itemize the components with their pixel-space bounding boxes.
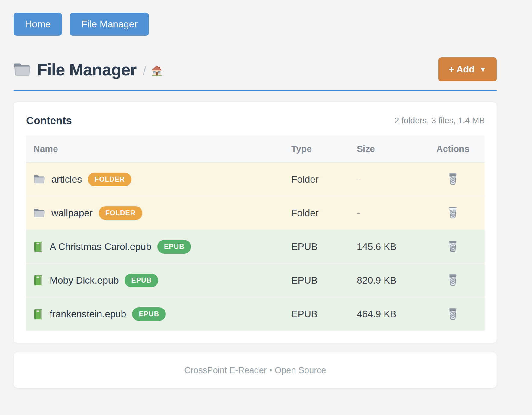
delete-button[interactable]	[446, 171, 459, 186]
breadcrumb-separator: /	[143, 65, 146, 77]
panel-title: Contents	[26, 115, 72, 127]
footer-text: CrossPoint E-Reader • Open Source	[184, 365, 326, 375]
file-link[interactable]: frankenstein.epub EPUB	[33, 307, 279, 321]
trash-icon	[447, 307, 458, 320]
trash-icon	[447, 273, 458, 286]
contents-panel: Contents 2 folders, 3 files, 1.4 MB Name…	[14, 102, 497, 343]
trash-icon	[447, 172, 458, 185]
file-size: 820.9 KB	[351, 263, 421, 297]
delete-button[interactable]	[446, 306, 459, 321]
table-row[interactable]: articles FOLDER Folder -	[26, 162, 485, 196]
file-type: EPUB	[285, 263, 351, 297]
trash-icon	[447, 206, 458, 219]
table-row[interactable]: frankenstein.epub EPUB EPUB 464.9 KB	[26, 297, 485, 331]
column-header-name: Name	[26, 136, 285, 162]
folder-icon	[33, 208, 45, 218]
file-size: 145.6 KB	[351, 230, 421, 263]
file-table-head: Name Type Size Actions	[26, 136, 485, 162]
type-badge: EPUB	[132, 307, 166, 321]
type-badge: FOLDER	[88, 173, 131, 186]
page-title: File Manager	[37, 60, 136, 79]
file-table: Name Type Size Actions articles FOLDER F…	[26, 136, 485, 331]
title-underline	[14, 90, 497, 91]
caret-down-icon: ▼	[479, 65, 487, 74]
table-row[interactable]: A Christmas Carol.epub EPUB EPUB 145.6 K…	[26, 230, 485, 263]
file-name: Moby Dick.epub	[50, 275, 119, 286]
file-link[interactable]: Moby Dick.epub EPUB	[33, 274, 279, 287]
book-icon	[33, 309, 43, 320]
file-name: A Christmas Carol.epub	[50, 241, 151, 252]
contents-summary: 2 folders, 3 files, 1.4 MB	[394, 116, 485, 125]
delete-button[interactable]	[446, 272, 459, 287]
top-nav: Home File Manager	[14, 13, 497, 36]
file-name: wallpaper	[51, 208, 93, 219]
file-name: frankenstein.epub	[50, 309, 126, 320]
file-name: articles	[51, 174, 82, 185]
type-badge: FOLDER	[99, 206, 142, 220]
column-header-actions: Actions	[421, 136, 485, 162]
contents-header: Contents 2 folders, 3 files, 1.4 MB	[26, 115, 485, 127]
folder-icon	[33, 174, 45, 184]
folder-icon	[14, 62, 31, 77]
column-header-size: Size	[351, 136, 421, 162]
title-row: File Manager / + Add ▼	[14, 57, 497, 81]
file-size: -	[351, 162, 421, 196]
add-button[interactable]: + Add ▼	[438, 57, 497, 81]
file-link[interactable]: articles FOLDER	[33, 173, 279, 186]
file-link[interactable]: A Christmas Carol.epub EPUB	[33, 240, 279, 254]
type-badge: EPUB	[157, 240, 191, 254]
nav-home-button[interactable]: Home	[14, 13, 62, 36]
footer: CrossPoint E-Reader • Open Source	[14, 352, 497, 388]
book-icon	[33, 275, 43, 286]
file-type: EPUB	[285, 230, 351, 263]
file-size: -	[351, 196, 421, 230]
trash-icon	[447, 240, 458, 252]
delete-button[interactable]	[446, 205, 459, 220]
column-header-type: Type	[285, 136, 351, 162]
book-icon	[33, 241, 43, 252]
page: Home File Manager File Manager /	[0, 0, 532, 388]
file-type: EPUB	[285, 297, 351, 331]
delete-button[interactable]	[446, 238, 459, 254]
file-table-body: articles FOLDER Folder -	[26, 162, 485, 331]
nav-file-manager-button[interactable]: File Manager	[70, 13, 149, 36]
home-icon[interactable]	[151, 65, 163, 77]
title-group: File Manager /	[14, 60, 163, 79]
table-row[interactable]: Moby Dick.epub EPUB EPUB 820.9 KB	[26, 263, 485, 297]
add-button-label: + Add	[449, 64, 475, 75]
file-type: Folder	[285, 162, 351, 196]
type-badge: EPUB	[125, 274, 158, 287]
table-row[interactable]: wallpaper FOLDER Folder -	[26, 196, 485, 230]
file-size: 464.9 KB	[351, 297, 421, 331]
file-link[interactable]: wallpaper FOLDER	[33, 206, 279, 220]
file-type: Folder	[285, 196, 351, 230]
